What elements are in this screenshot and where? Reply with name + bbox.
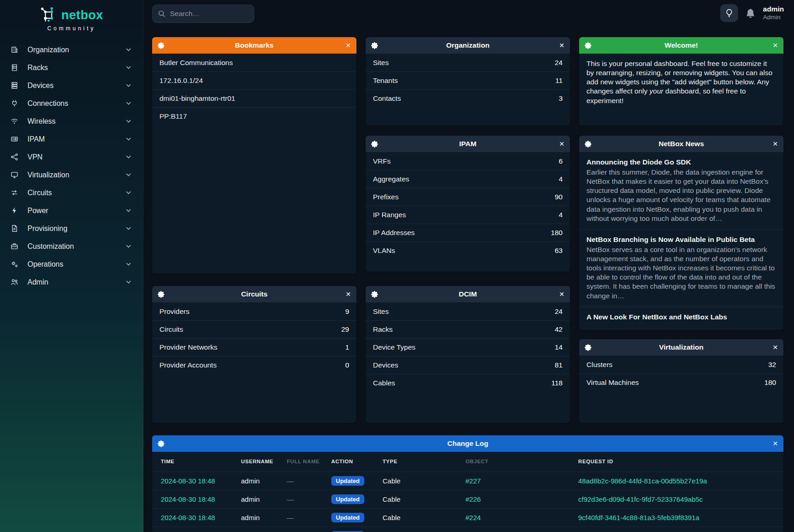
bookmark-item[interactable]: dmi01-binghamton-rtr01 bbox=[152, 89, 356, 107]
news-widget-header[interactable]: NetBox News ✕ bbox=[579, 136, 783, 152]
circuits-widget-header[interactable]: Circuits ✕ bbox=[152, 286, 356, 302]
changelog-time-link[interactable]: 2024-08-30 18:48 bbox=[152, 508, 237, 527]
bookmark-item[interactable]: 172.16.0.1/24 bbox=[152, 71, 356, 89]
col-full-name[interactable]: FULL NAME bbox=[283, 452, 328, 472]
sidebar-nav-item[interactable]: Customization bbox=[0, 237, 143, 255]
welcome-widget-header[interactable]: Welcome! ✕ bbox=[579, 37, 783, 54]
nodes-icon bbox=[11, 153, 19, 161]
gear-icon[interactable] bbox=[371, 291, 383, 298]
sidebar-nav-label: VPN bbox=[27, 153, 43, 161]
close-icon[interactable]: ✕ bbox=[766, 440, 778, 447]
sidebar-nav-item[interactable]: IPAM bbox=[0, 130, 143, 148]
sidebar-nav-item[interactable]: Admin bbox=[0, 273, 143, 291]
changelog-object-link[interactable]: #227 bbox=[462, 472, 575, 490]
col-action[interactable]: ACTION bbox=[328, 452, 379, 472]
gear-icon[interactable] bbox=[585, 141, 597, 148]
changelog-widget-header[interactable]: Change Log ✕ bbox=[152, 435, 783, 452]
stat-row[interactable]: Contacts3 bbox=[366, 89, 570, 107]
news-headline[interactable]: Announcing the Diode Go SDK bbox=[586, 158, 776, 166]
changelog-object-link[interactable]: #224 bbox=[462, 527, 575, 532]
stat-row[interactable]: IP Addresses180 bbox=[366, 224, 570, 241]
col-object[interactable]: OBJECT bbox=[462, 452, 575, 472]
gear-icon[interactable] bbox=[158, 291, 170, 298]
changelog-full-name: — bbox=[283, 472, 328, 490]
sidebar-nav-item[interactable]: Power bbox=[0, 202, 143, 219]
virtualization-widget-header[interactable]: Virtualization ✕ bbox=[579, 339, 783, 356]
close-icon[interactable]: ✕ bbox=[339, 42, 351, 49]
changelog-time-link[interactable]: 2024-08-30 18:47 bbox=[152, 527, 237, 532]
changelog-row: 2024-08-30 18:48 admin — Updated Cable #… bbox=[152, 472, 783, 490]
stat-row[interactable]: Devices81 bbox=[366, 356, 570, 374]
stat-row[interactable]: Provider Accounts0 bbox=[152, 356, 356, 374]
stat-row[interactable]: Circuits29 bbox=[152, 320, 356, 338]
sidebar-nav-item[interactable]: Racks bbox=[0, 59, 143, 77]
close-icon[interactable]: ✕ bbox=[766, 140, 778, 148]
stat-row[interactable]: VRFs6 bbox=[366, 152, 570, 170]
sidebar-nav-item[interactable]: Devices bbox=[0, 77, 143, 94]
sidebar-nav-item[interactable]: Circuits bbox=[0, 184, 143, 202]
search-input[interactable] bbox=[170, 10, 262, 18]
theme-toggle-button[interactable] bbox=[720, 4, 738, 22]
changelog-request-id-link[interactable]: 7c3c4e2c-ccc9-47f2-89f6-f09391c997c9 bbox=[575, 527, 783, 532]
search-box[interactable] bbox=[152, 5, 254, 23]
changelog-time-link[interactable]: 2024-08-30 18:48 bbox=[152, 472, 237, 490]
sidebar-nav-item[interactable]: VPN bbox=[0, 148, 143, 166]
organization-widget-header[interactable]: Organization ✕ bbox=[366, 37, 570, 54]
gear-icon[interactable] bbox=[585, 344, 597, 351]
bell-icon bbox=[746, 9, 755, 18]
gear-icon[interactable] bbox=[158, 440, 170, 447]
sidebar-nav-item[interactable]: Virtualization bbox=[0, 166, 143, 184]
bookmark-item[interactable]: PP:B117 bbox=[152, 107, 356, 125]
col-username[interactable]: USERNAME bbox=[237, 452, 283, 472]
gear-icon[interactable] bbox=[371, 42, 383, 49]
stat-row[interactable]: Provider Networks1 bbox=[152, 338, 356, 356]
bookmark-item[interactable]: Butler Communications bbox=[152, 54, 356, 71]
sidebar-nav-item[interactable]: Operations bbox=[0, 255, 143, 273]
changelog-request-id-link[interactable]: 48ad8b2c-986d-44fd-81ca-00d55b27e19a bbox=[575, 472, 783, 490]
user-menu[interactable]: admin Admin bbox=[763, 5, 784, 21]
changelog-action: Updated bbox=[328, 527, 379, 532]
stat-row[interactable]: VLANs63 bbox=[366, 241, 570, 259]
stat-row[interactable]: Cables118 bbox=[366, 374, 570, 392]
col-type[interactable]: TYPE bbox=[379, 452, 462, 472]
gear-icon[interactable] bbox=[371, 141, 383, 148]
gear-icon[interactable] bbox=[158, 42, 170, 49]
close-icon[interactable]: ✕ bbox=[339, 291, 351, 298]
news-headline[interactable]: A New Look For NetBox and NetBox Labs bbox=[586, 313, 776, 321]
ipam-widget-header[interactable]: IPAM ✕ bbox=[366, 136, 570, 152]
close-icon[interactable]: ✕ bbox=[553, 42, 564, 49]
stat-row[interactable]: IP Ranges4 bbox=[366, 206, 570, 224]
dcim-widget-header[interactable]: DCIM ✕ bbox=[366, 286, 570, 302]
news-headline[interactable]: NetBox Branching is Now Available in Pub… bbox=[586, 236, 776, 244]
changelog-object-link[interactable]: #226 bbox=[462, 490, 575, 508]
stat-row[interactable]: Sites24 bbox=[366, 54, 570, 71]
changelog-time-link[interactable]: 2024-08-30 18:48 bbox=[152, 490, 237, 508]
changelog-request-id-link[interactable]: cf92d3e6-d09d-41fc-9fd7-52337649ab5c bbox=[575, 490, 783, 508]
close-icon[interactable]: ✕ bbox=[766, 344, 778, 351]
sidebar-nav-item[interactable]: Organization bbox=[0, 41, 143, 59]
bookmarks-widget-header[interactable]: Bookmarks ✕ bbox=[152, 37, 356, 54]
col-time[interactable]: TIME bbox=[152, 452, 237, 472]
sidebar-nav-item[interactable]: Wireless bbox=[0, 112, 143, 130]
stat-row[interactable]: Device Types14 bbox=[366, 338, 570, 356]
netbox-logo[interactable]: netbox Community bbox=[0, 0, 143, 32]
route-icon bbox=[11, 189, 19, 197]
stat-row[interactable]: Clusters32 bbox=[579, 356, 783, 373]
col-request-id[interactable]: REQUEST ID bbox=[575, 452, 783, 472]
close-icon[interactable]: ✕ bbox=[766, 42, 778, 49]
close-icon[interactable]: ✕ bbox=[553, 140, 564, 148]
stat-row[interactable]: Aggregates4 bbox=[366, 170, 570, 188]
stat-row[interactable]: Providers9 bbox=[152, 302, 356, 320]
stat-row[interactable]: Racks42 bbox=[366, 320, 570, 338]
close-icon[interactable]: ✕ bbox=[553, 291, 564, 298]
stat-row[interactable]: Sites24 bbox=[366, 302, 570, 320]
stat-row[interactable]: Tenants11 bbox=[366, 71, 570, 89]
changelog-request-id-link[interactable]: 9cf40fdf-3461-4c88-81a3-5feb39f8391a bbox=[575, 508, 783, 527]
gear-icon[interactable] bbox=[585, 42, 597, 49]
sidebar-nav-item[interactable]: Provisioning bbox=[0, 219, 143, 237]
notifications-button[interactable] bbox=[746, 9, 755, 18]
stat-row[interactable]: Virtual Machines180 bbox=[579, 373, 783, 391]
stat-row[interactable]: Prefixes90 bbox=[366, 188, 570, 206]
sidebar-nav-item[interactable]: Connections bbox=[0, 94, 143, 112]
changelog-object-link[interactable]: #224 bbox=[462, 508, 575, 527]
